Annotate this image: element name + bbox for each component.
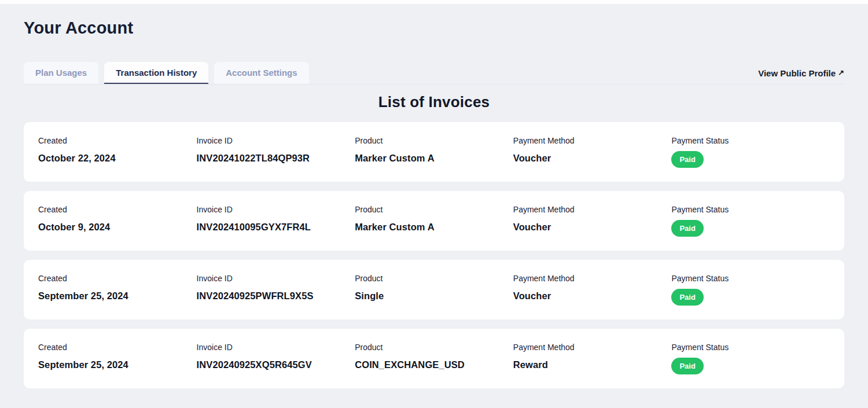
payment-status-label: Payment Status [671,136,729,145]
created-cell: Created September 25, 2024 [38,343,197,388]
payment-status-cell: Payment Status Paid [671,343,830,388]
created-value: September 25, 2024 [38,291,128,302]
product-value: Marker Custom A [355,222,435,233]
payment-status-cell: Payment Status Paid [671,136,830,182]
invoice-id-value: INV20240925PWFRL9X5S [197,291,314,302]
payment-method-value: Voucher [513,291,551,302]
product-label: Product [355,343,382,352]
invoice-id-cell: Invoice ID INV20240925XQ5R645GV [197,343,355,388]
payment-method-cell: Payment Method Voucher [513,205,672,251]
payment-method-label: Payment Method [513,274,575,283]
product-cell: Product Marker Custom A [355,205,513,251]
tab-bar: Plan Usages Transaction History Account … [24,62,844,84]
tab-account-settings[interactable]: Account Settings [214,62,308,84]
created-cell: Created October 22, 2024 [38,136,197,182]
invoice-card: Created September 25, 2024 Invoice ID IN… [24,329,844,388]
invoice-id-cell: Invoice ID INV202410095GYX7FR4L [197,205,355,251]
product-cell: Product COIN_EXCHANGE_USD [355,343,513,388]
payment-method-cell: Payment Method Reward [513,343,672,388]
payment-status-label: Payment Status [671,205,729,214]
created-label: Created [38,136,67,145]
created-cell: Created September 25, 2024 [38,274,197,319]
payment-method-value: Reward [513,359,548,370]
invoice-id-label: Invoice ID [197,136,233,145]
invoice-id-cell: Invoice ID INV20241022TL84QP93R [197,136,355,182]
payment-method-label: Payment Method [513,136,575,145]
status-badge: Paid [671,220,703,237]
status-badge: Paid [671,358,703,374]
payment-method-value: Voucher [513,222,551,233]
status-badge: Paid [671,151,703,168]
product-value: Single [355,291,384,302]
invoice-card: Created September 25, 2024 Invoice ID IN… [24,260,844,319]
account-page: Your Account Plan Usages Transaction His… [0,19,868,388]
payment-method-label: Payment Method [513,205,575,214]
external-link-icon: ↗ [838,68,844,77]
status-badge: Paid [671,289,703,306]
product-cell: Product Single [355,274,513,319]
view-public-profile-label: View Public Profile [758,68,836,78]
created-label: Created [38,343,67,352]
payment-method-cell: Payment Method Voucher [513,136,672,182]
created-label: Created [38,274,67,283]
invoice-card: Created October 22, 2024 Invoice ID INV2… [24,122,844,182]
product-label: Product [355,136,382,145]
tab-transaction-history[interactable]: Transaction History [104,62,208,84]
view-public-profile-link[interactable]: View Public Profile ↗ [758,68,844,78]
payment-method-label: Payment Method [513,343,575,352]
product-label: Product [355,205,382,214]
payment-status-label: Payment Status [671,274,729,283]
payment-status-cell: Payment Status Paid [671,274,830,319]
created-value: October 9, 2024 [38,222,110,233]
payment-method-cell: Payment Method Voucher [513,274,672,319]
invoice-list: Created October 22, 2024 Invoice ID INV2… [24,122,844,388]
created-cell: Created October 9, 2024 [38,205,197,251]
invoice-id-cell: Invoice ID INV20240925PWFRL9X5S [197,274,355,319]
invoice-id-label: Invoice ID [197,343,233,352]
created-label: Created [38,205,67,214]
invoice-id-label: Invoice ID [197,205,233,214]
created-value: October 22, 2024 [38,153,116,164]
invoice-id-value: INV20241022TL84QP93R [197,153,310,164]
invoice-id-value: INV20240925XQ5R645GV [197,359,312,370]
invoice-id-label: Invoice ID [197,274,233,283]
product-value: COIN_EXCHANGE_USD [355,359,465,370]
top-strip [0,0,868,4]
created-value: September 25, 2024 [38,359,128,370]
payment-status-label: Payment Status [671,343,729,352]
page-title: Your Account [24,19,844,38]
payment-status-cell: Payment Status Paid [671,205,830,251]
payment-method-value: Voucher [513,153,551,164]
product-cell: Product Marker Custom A [355,136,513,182]
tab-plan-usages[interactable]: Plan Usages [24,62,98,84]
section-title: List of Invoices [24,93,844,111]
product-label: Product [355,274,382,283]
invoice-id-value: INV202410095GYX7FR4L [197,222,311,233]
invoice-card: Created October 9, 2024 Invoice ID INV20… [24,191,844,251]
product-value: Marker Custom A [355,153,435,164]
